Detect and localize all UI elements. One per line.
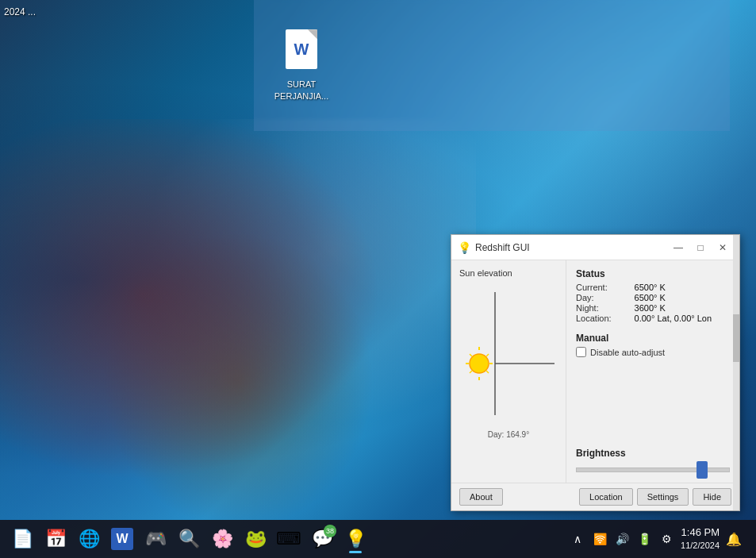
tray-volume[interactable]: 🔊 xyxy=(612,527,631,551)
current-label: Current: xyxy=(576,283,630,292)
whatsapp-badge: 38 xyxy=(324,525,336,537)
status-title: Status xyxy=(576,268,730,279)
minimize-button[interactable]: — xyxy=(668,239,689,256)
disable-auto-checkbox[interactable] xyxy=(576,347,586,357)
taskbar-browser[interactable]: 🌐 xyxy=(73,523,105,555)
clock-date: 11/2/2024 xyxy=(681,540,720,551)
taskbar: 📄 📅 🌐 W 🎮 🔍 🌸 🐸 ⌨ 💬 38 💡 ∧ 🛜 🔊 🔋 xyxy=(0,520,756,558)
brightness-slider-container xyxy=(576,464,730,475)
day-temp-label: Day: xyxy=(576,293,630,302)
location-label: Location: xyxy=(576,314,630,323)
day-label: Day: 164.9° xyxy=(488,430,529,439)
taskbar-app8[interactable]: 🐸 xyxy=(240,523,271,555)
scrollbar-thumb[interactable] xyxy=(733,314,739,362)
location-button[interactable]: Location xyxy=(579,488,633,506)
footer-right-buttons: Location Settings Hide xyxy=(579,488,731,506)
svg-line-10 xyxy=(486,354,489,356)
brightness-label: Brightness xyxy=(576,448,730,459)
sun-elevation-label: Sun elevation xyxy=(459,268,512,278)
scrollbar[interactable] xyxy=(733,235,739,510)
system-tray: ∧ 🛜 🔊 🔋 ⚙ xyxy=(568,527,676,551)
clock[interactable]: 1:46 PM 11/2/2024 xyxy=(681,526,720,551)
manual-title: Manual xyxy=(576,333,730,344)
file-name: SURAT PERJANJIA... xyxy=(274,79,329,102)
close-button[interactable]: ✕ xyxy=(712,239,733,256)
hide-button[interactable]: Hide xyxy=(693,488,731,506)
redshift-title: Redshift GUI xyxy=(475,242,530,253)
redshift-footer: About Location Settings Hide xyxy=(451,483,739,510)
tray-chevron[interactable]: ∧ xyxy=(568,527,587,551)
redshift-titlebar: 💡 Redshift GUI — □ ✕ xyxy=(451,235,739,260)
checkbox-row: Disable auto-adjust xyxy=(576,347,730,357)
redshift-window: 💡 Redshift GUI — □ ✕ Sun elevation xyxy=(451,234,740,511)
clock-time: 1:46 PM xyxy=(681,526,720,540)
taskbar-word[interactable]: W xyxy=(106,523,138,555)
status-grid: Current: 6500° K Day: 6500° K Night: 360… xyxy=(576,283,730,323)
taskbar-system: ∧ 🛜 🔊 🔋 ⚙ 1:46 PM 11/2/2024 🔔 xyxy=(562,526,750,551)
tray-settings[interactable]: ⚙ xyxy=(657,527,676,551)
disable-auto-label[interactable]: Disable auto-adjust xyxy=(590,348,665,357)
titlebar-left: 💡 Redshift GUI xyxy=(458,241,530,254)
manual-section: Manual Disable auto-adjust xyxy=(576,333,730,357)
year-label: 2024 ... xyxy=(4,6,36,17)
night-label: Night: xyxy=(576,303,630,313)
svg-line-9 xyxy=(470,371,472,373)
redshift-content: Sun elevation xyxy=(451,260,739,483)
about-button[interactable]: About xyxy=(459,488,503,506)
taskbar-whatsapp[interactable]: 💬 38 xyxy=(306,523,338,555)
taskbar-terminal[interactable]: ⌨ xyxy=(273,523,305,555)
maximize-button[interactable]: □ xyxy=(690,239,711,256)
settings-button[interactable]: Settings xyxy=(637,488,689,506)
brightness-section: Brightness xyxy=(576,448,730,475)
day-temp-value: 6500° K xyxy=(635,293,730,302)
brightness-slider[interactable] xyxy=(576,468,730,472)
footer-left-buttons: About xyxy=(459,488,503,506)
redshift-app-icon: 💡 xyxy=(458,241,470,254)
titlebar-controls: — □ ✕ xyxy=(668,239,733,256)
status-section: Status Current: 6500° K Day: 6500° K Nig… xyxy=(576,268,730,323)
left-panel: Sun elevation xyxy=(451,260,566,483)
night-value: 3600° K xyxy=(635,303,730,313)
current-value: 6500° K xyxy=(635,283,730,292)
right-panel: Status Current: 6500° K Day: 6500° K Nig… xyxy=(566,260,739,483)
desktop: 2024 ... W SURAT PERJANJIA... 💡 Redshift… xyxy=(0,0,756,558)
word-icon: W xyxy=(286,29,317,69)
taskbar-app7[interactable]: 🌸 xyxy=(206,523,238,555)
location-value: 0.00° Lat, 0.00° Lon xyxy=(635,314,730,323)
tray-battery[interactable]: 🔋 xyxy=(635,527,654,551)
tray-wifi[interactable]: 🛜 xyxy=(590,527,609,551)
taskbar-apps: 📄 📅 🌐 W 🎮 🔍 🌸 🐸 ⌨ 💬 38 💡 xyxy=(6,523,562,555)
word-letter: W xyxy=(294,40,309,59)
desktop-files-area: W SURAT PERJANJIA... xyxy=(254,0,730,131)
svg-point-2 xyxy=(470,354,489,373)
desktop-file[interactable]: W SURAT PERJANJIA... xyxy=(270,25,333,106)
file-icon: W xyxy=(282,29,320,74)
svg-line-8 xyxy=(486,371,489,373)
taskbar-calendar[interactable]: 📅 xyxy=(40,523,71,555)
taskbar-search[interactable]: 🔍 xyxy=(173,523,205,555)
svg-line-7 xyxy=(470,354,472,356)
sun-graph xyxy=(463,284,555,427)
taskbar-redshift[interactable]: 💡 xyxy=(340,523,371,555)
taskbar-game[interactable]: 🎮 xyxy=(140,523,171,555)
notification-icon[interactable]: 🔔 xyxy=(724,527,743,551)
taskbar-files[interactable]: 📄 xyxy=(6,523,38,555)
